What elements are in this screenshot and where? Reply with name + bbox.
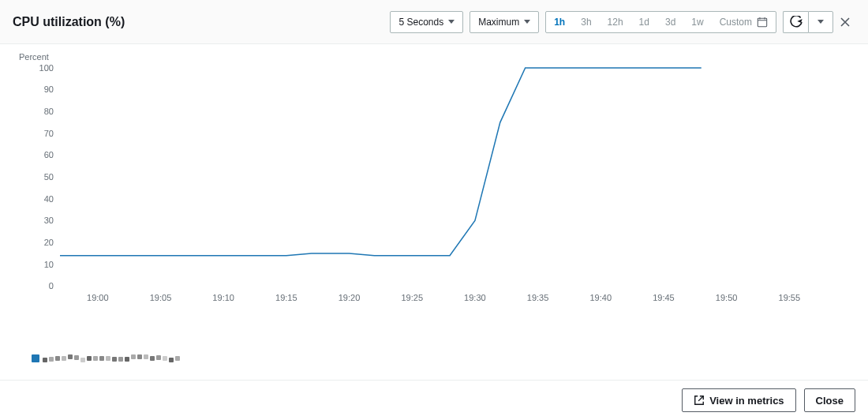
close-button[interactable]: Close — [804, 388, 855, 412]
caret-down-icon — [448, 20, 455, 24]
svg-text:19:20: 19:20 — [339, 294, 361, 303]
chart-plot[interactable]: 010203040506070809010019:0019:0519:1019:… — [60, 68, 852, 309]
svg-text:10: 10 — [44, 260, 54, 269]
metric-panel: CPU utilization (%) 5 Seconds Maximum 1h… — [0, 0, 868, 420]
statistic-select[interactable]: Maximum — [470, 11, 539, 33]
range-1w[interactable]: 1w — [683, 12, 711, 32]
range-1h[interactable]: 1h — [546, 12, 573, 32]
chart-legend — [32, 354, 180, 362]
panel-header: CPU utilization (%) 5 Seconds Maximum 1h… — [0, 0, 868, 44]
y-axis-label: Percent — [19, 52, 49, 62]
panel-title: CPU utilization (%) — [13, 15, 125, 29]
svg-text:19:00: 19:00 — [87, 294, 109, 303]
svg-text:60: 60 — [44, 151, 54, 160]
svg-text:50: 50 — [44, 172, 54, 182]
svg-text:19:05: 19:05 — [150, 294, 172, 303]
period-label: 5 Seconds — [398, 17, 443, 28]
legend-redacted — [43, 356, 180, 361]
close-panel-button[interactable] — [840, 17, 855, 28]
calendar-icon — [757, 17, 768, 28]
refresh-icon — [790, 16, 803, 28]
refresh-options-button[interactable] — [808, 11, 833, 33]
caret-down-icon — [524, 20, 530, 24]
svg-rect-0 — [758, 18, 766, 27]
svg-text:19:50: 19:50 — [716, 294, 738, 303]
svg-text:0: 0 — [49, 281, 54, 291]
range-custom-label: Custom — [720, 17, 752, 28]
time-range-bar: 1h 3h 12h 1d 3d 1w Custom — [545, 11, 776, 33]
caret-down-icon — [817, 20, 824, 24]
svg-text:19:10: 19:10 — [212, 294, 234, 303]
legend-color-swatch — [32, 354, 39, 362]
svg-text:100: 100 — [39, 63, 54, 73]
svg-text:19:40: 19:40 — [589, 294, 612, 303]
statistic-label: Maximum — [478, 17, 519, 28]
period-select[interactable]: 5 Seconds — [390, 11, 463, 33]
svg-text:19:25: 19:25 — [401, 294, 423, 303]
close-icon — [840, 17, 851, 28]
svg-text:19:15: 19:15 — [275, 294, 297, 303]
range-12h[interactable]: 12h — [600, 12, 631, 32]
svg-text:90: 90 — [44, 85, 54, 95]
svg-text:19:30: 19:30 — [464, 294, 486, 303]
range-1d[interactable]: 1d — [631, 12, 657, 32]
svg-text:80: 80 — [44, 107, 54, 116]
close-label: Close — [816, 395, 844, 407]
svg-text:19:35: 19:35 — [527, 294, 549, 303]
view-in-metrics-label: View in metrics — [709, 395, 784, 407]
refresh-button[interactable] — [783, 11, 808, 33]
view-in-metrics-button[interactable]: View in metrics — [682, 388, 795, 412]
range-3h[interactable]: 3h — [573, 12, 599, 32]
panel-footer: View in metrics Close — [0, 381, 868, 420]
svg-text:30: 30 — [44, 216, 54, 226]
svg-text:19:45: 19:45 — [653, 294, 675, 303]
chart-area: Percent 010203040506070809010019:0019:05… — [0, 44, 868, 381]
svg-text:20: 20 — [44, 238, 54, 247]
header-controls: 5 Seconds Maximum 1h 3h 12h 1d 3d 1w Cus… — [390, 11, 855, 33]
refresh-group — [783, 11, 833, 33]
range-custom[interactable]: Custom — [712, 12, 776, 32]
external-link-icon — [694, 395, 705, 406]
svg-text:40: 40 — [44, 194, 54, 204]
svg-text:19:55: 19:55 — [779, 294, 801, 303]
svg-text:70: 70 — [44, 129, 54, 138]
range-3d[interactable]: 3d — [657, 12, 683, 32]
